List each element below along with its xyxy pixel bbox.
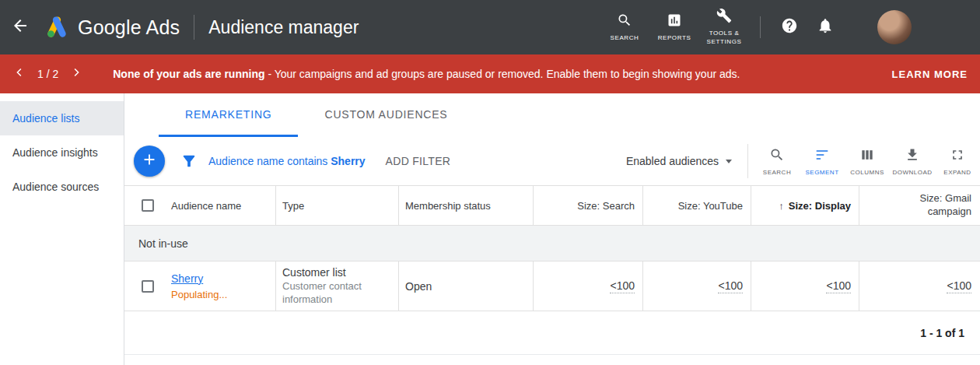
alert-pager: 1 / 2 <box>0 65 97 82</box>
help-button[interactable] <box>772 17 807 37</box>
header-size-display-label: Size: Display <box>789 200 851 212</box>
topbar-divider <box>194 15 194 40</box>
header-membership-status[interactable]: Membership status <box>398 186 533 225</box>
row-checkbox-cell <box>124 261 171 311</box>
table-header-row: Audience name Type Membership status Siz… <box>124 185 980 226</box>
table-footer: 1 - 1 of 1 <box>124 311 980 355</box>
learn-more-button[interactable]: LEARN MORE <box>892 68 980 80</box>
brand-name: Google Ads <box>78 16 180 39</box>
download-button[interactable]: DOWNLOAD <box>890 147 935 176</box>
expand-label: EXPAND <box>943 169 971 176</box>
topbar-search-button[interactable]: SEARCH <box>600 12 649 43</box>
bell-icon <box>817 17 834 37</box>
chevron-left-icon <box>12 65 26 82</box>
chevron-right-icon <box>69 65 83 82</box>
wrench-icon <box>716 8 732 26</box>
size-search-value: <100 <box>610 279 635 293</box>
topbar-search-label: SEARCH <box>611 34 639 43</box>
top-bar: Google Ads Audience manager SEARCH REPOR… <box>0 0 980 54</box>
search-icon <box>617 12 632 31</box>
alert-next-button[interactable] <box>69 65 83 82</box>
cell-membership-status: Open <box>398 261 533 311</box>
chevron-down-icon <box>726 160 732 163</box>
cell-size-search: <100 <box>533 261 642 311</box>
cell-type: Customer list Customer contact informati… <box>275 261 398 311</box>
expand-button[interactable]: EXPAND <box>935 147 980 176</box>
sidebar-item-audience-lists[interactable]: Audience lists <box>0 101 124 135</box>
page-title: Audience manager <box>208 17 359 38</box>
columns-button[interactable]: COLUMNS <box>845 147 890 176</box>
type-label: Customer list <box>282 266 346 279</box>
topbar-actions: SEARCH REPORTS TOOLS & SETTINGS <box>600 8 980 47</box>
topbar-divider <box>760 16 761 38</box>
segment-button[interactable]: SEGMENT <box>800 147 845 176</box>
segment-icon <box>814 147 830 166</box>
header-size-display[interactable]: ↑Size: Display <box>751 186 859 225</box>
header-audience-name[interactable]: Audience name <box>171 186 275 225</box>
topbar-tools-settings-button[interactable]: TOOLS & SETTINGS <box>699 8 749 47</box>
back-button[interactable] <box>0 16 40 38</box>
cell-size-youtube: <100 <box>642 261 751 311</box>
sidebar: Audience lists Audience insights Audienc… <box>0 93 124 365</box>
toolbar-divider <box>747 144 748 178</box>
type-detail-label: Customer contact information <box>282 280 398 307</box>
active-filter-chip[interactable]: Audience name contains Sherry <box>208 155 366 167</box>
main-area: Audience lists Audience insights Audienc… <box>0 93 980 365</box>
search-icon <box>769 147 785 166</box>
size-gmail-value: <100 <box>947 279 971 293</box>
header-size-search[interactable]: Size: Search <box>533 186 642 225</box>
tab-bar: REMARKETING CUSTOM AUDIENCES <box>124 93 980 137</box>
alert-message-bold: None of your ads are running <box>113 68 264 80</box>
filter-funnel-icon <box>180 153 198 170</box>
create-audience-button[interactable] <box>134 146 165 177</box>
content-panel: REMARKETING CUSTOM AUDIENCES Audience na… <box>124 93 980 365</box>
arrow-left-icon <box>11 16 30 38</box>
topbar-reports-button[interactable]: REPORTS <box>649 12 699 43</box>
columns-label: COLUMNS <box>850 169 884 176</box>
alert-message: None of your ads are running - Your camp… <box>113 68 891 80</box>
notifications-button[interactable] <box>807 17 843 37</box>
table-search-button[interactable]: SEARCH <box>754 147 800 176</box>
alert-message-rest: - Your campaigns and ad groups are pause… <box>265 68 740 80</box>
header-type[interactable]: Type <box>275 186 398 225</box>
alert-prev-button[interactable] <box>12 65 26 82</box>
filter-chip-prefix: Audience name contains <box>208 155 331 167</box>
google-ads-logo-icon <box>44 16 70 39</box>
audience-status-dropdown[interactable]: Enabled audiences <box>626 155 732 167</box>
topbar-reports-label: REPORTS <box>658 34 691 43</box>
avatar[interactable] <box>877 10 912 44</box>
populating-status: Populating... <box>171 289 227 300</box>
sidebar-item-audience-insights[interactable]: Audience insights <box>0 135 124 170</box>
pagination-label: 1 - 1 of 1 <box>920 327 964 339</box>
sidebar-item-audience-sources[interactable]: Audience sources <box>0 170 124 204</box>
cell-size-gmail: <100 <box>859 261 979 311</box>
tab-remarketing[interactable]: REMARKETING <box>159 93 298 137</box>
cell-size-display: <100 <box>751 261 859 311</box>
size-youtube-value: <100 <box>718 279 743 293</box>
table-row: Sherry Populating... Customer list Custo… <box>124 261 980 311</box>
header-size-gmail[interactable]: Size: Gmail campaign <box>859 186 979 225</box>
group-row-not-in-use: Not in-use <box>124 226 980 261</box>
reports-icon <box>667 12 682 31</box>
plus-icon <box>141 151 158 171</box>
select-all-checkbox[interactable] <box>142 199 154 212</box>
audience-name-link[interactable]: Sherry <box>171 272 203 285</box>
table-toolbar: Audience name contains Sherry ADD FILTER… <box>124 137 980 185</box>
google-ads-app: Google Ads Audience manager SEARCH REPOR… <box>0 0 980 365</box>
alert-page-indicator: 1 / 2 <box>37 68 58 80</box>
header-size-youtube[interactable]: Size: YouTube <box>642 186 751 225</box>
filter-chip-value: Sherry <box>331 155 365 167</box>
add-filter-button[interactable]: ADD FILTER <box>386 155 451 167</box>
tab-custom-audiences[interactable]: CUSTOM AUDIENCES <box>298 93 474 137</box>
row-checkbox[interactable] <box>142 280 154 293</box>
segment-label: SEGMENT <box>805 169 838 176</box>
download-icon <box>905 147 920 166</box>
table-search-label: SEARCH <box>763 169 791 176</box>
audience-status-dropdown-label: Enabled audiences <box>626 155 719 167</box>
alert-banner: 1 / 2 None of your ads are running - You… <box>0 54 980 93</box>
header-size-gmail-label: Size: Gmail campaign <box>900 192 971 219</box>
topbar-tools-settings-label: TOOLS & SETTINGS <box>699 30 749 47</box>
download-label: DOWNLOAD <box>892 169 932 176</box>
sort-ascending-icon: ↑ <box>779 200 784 212</box>
cell-audience-name: Sherry Populating... <box>171 261 275 311</box>
